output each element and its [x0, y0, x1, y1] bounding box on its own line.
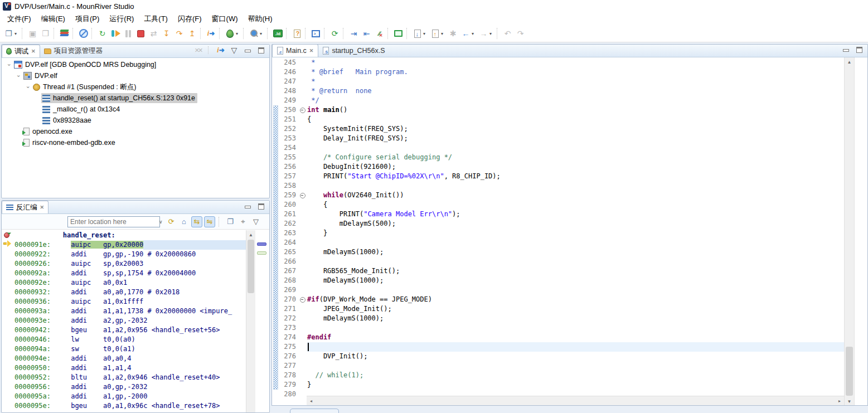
- last-edit-location-button[interactable]: ✱: [447, 27, 459, 40]
- line-number[interactable]: 246: [278, 67, 299, 77]
- line-number[interactable]: 272: [278, 314, 299, 323]
- step-into-button[interactable]: ↧: [160, 27, 173, 40]
- editor-line-276[interactable]: 276 DVP_Init();: [278, 352, 845, 361]
- editor-line-247[interactable]: 247 *: [278, 77, 845, 86]
- line-number[interactable]: 250: [278, 105, 299, 115]
- editor-line-261[interactable]: 261 PRINT("Camera Model Err\r\n");: [278, 210, 845, 219]
- fold-collapse-icon[interactable]: [299, 191, 307, 200]
- resume-button[interactable]: [109, 27, 122, 40]
- menu-item-0[interactable]: 文件(F): [2, 12, 36, 26]
- editor-line-274[interactable]: 274#endif: [278, 333, 845, 342]
- editor-line-248[interactable]: 248 * @return none: [278, 86, 845, 96]
- line-number[interactable]: 265: [278, 247, 299, 257]
- disasm-row-13[interactable]: 00000950: addi a1,a1,4: [2, 363, 269, 373]
- scroll-up-icon[interactable]: ▲: [845, 57, 854, 66]
- line-number[interactable]: 245: [278, 58, 299, 67]
- disassembly-scrollbar[interactable]: ▲: [246, 230, 255, 413]
- instruction-stepping-button[interactable]: i➜: [205, 27, 217, 40]
- disasm-row-10[interactable]: 00000946: lw t0,0(a0): [2, 335, 269, 344]
- menu-item-6[interactable]: 窗口(W): [207, 12, 243, 26]
- new-file-dropdown-icon[interactable]: ▾: [14, 31, 20, 36]
- editor-line-266[interactable]: 266: [278, 257, 845, 266]
- debug-tree-row-3[interactable]: handle_reset() at startup_CH56x.S:123 0x…: [2, 93, 269, 104]
- minimize-button[interactable]: [243, 45, 253, 55]
- disasm-row-11[interactable]: 0000094a: sw t0,0(a1): [2, 344, 269, 354]
- expand-arrow-icon[interactable]: ›: [16, 72, 22, 80]
- editor-line-275[interactable]: 275: [278, 342, 845, 352]
- editor-line-278[interactable]: 278 // while(1);: [278, 371, 845, 380]
- menu-item-7[interactable]: 帮助(H): [243, 12, 278, 26]
- line-number[interactable]: 273: [278, 323, 299, 333]
- pause-button[interactable]: [122, 27, 134, 40]
- follow-context-button[interactable]: ⇋: [204, 216, 215, 227]
- editor-lines[interactable]: 245 *246 * @brief Main program.247 *248 …: [278, 58, 845, 399]
- debug-tree-row-1[interactable]: ›DVP.elf: [2, 70, 269, 81]
- line-number[interactable]: 260: [278, 200, 299, 210]
- refresh-view-button[interactable]: ⟳: [166, 216, 177, 227]
- debug-tree-row-7[interactable]: riscv-none-embed-gdb.exe: [2, 137, 269, 148]
- open-resource-dropdown-icon[interactable]: ▾: [441, 31, 446, 36]
- open-declaration-button[interactable]: ▾: [411, 27, 429, 40]
- skip-all-breakpoints-button[interactable]: [77, 27, 90, 40]
- line-number[interactable]: 248: [278, 86, 299, 96]
- inspect-dropdown-icon[interactable]: ▾: [260, 31, 265, 36]
- line-number[interactable]: 277: [278, 361, 299, 371]
- debug-tree-row-6[interactable]: openocd.exe: [2, 126, 269, 137]
- maximize-icon[interactable]: [854, 45, 864, 55]
- line-number[interactable]: 251: [278, 115, 299, 124]
- debug-tree-row-5[interactable]: 0x89328aae: [2, 115, 269, 126]
- forward-button[interactable]: →▾: [477, 27, 495, 40]
- step-over-button[interactable]: ↷: [173, 27, 186, 40]
- scrollbar-thumb[interactable]: [846, 347, 853, 396]
- editor-line-255[interactable]: 255 /* Configure serial debugging */: [278, 153, 845, 162]
- menu-item-2[interactable]: 项目(P): [70, 12, 104, 26]
- editor-line-260[interactable]: 260 {: [278, 200, 845, 210]
- disasm-row-3[interactable]: 0000092a: addi sp,sp,1754 # 0x20004000: [2, 269, 269, 278]
- editor-line-277[interactable]: 277: [278, 361, 845, 371]
- line-number[interactable]: 266: [278, 257, 299, 266]
- editor-line-258[interactable]: 258: [278, 181, 845, 191]
- view-menu-button[interactable]: ▽: [250, 216, 261, 227]
- refresh-index-button[interactable]: ⟳: [328, 27, 341, 40]
- line-number[interactable]: 268: [278, 276, 299, 285]
- line-number[interactable]: 275: [278, 342, 299, 352]
- editor-line-259[interactable]: 259 while(OV2640_Init()): [278, 191, 845, 200]
- line-number[interactable]: 252: [278, 124, 299, 134]
- disasm-row-0[interactable]: 0000091e: auipc gp,0x20000: [2, 240, 269, 250]
- stop-button[interactable]: [134, 27, 147, 40]
- editor-line-271[interactable]: 271 JPEG_Mode_Init();: [278, 304, 845, 314]
- editor-line-249[interactable]: 249 */: [278, 96, 845, 105]
- save-button[interactable]: ▣: [26, 27, 39, 40]
- scroll-left-icon[interactable]: ◂: [307, 396, 316, 406]
- editor-line-273[interactable]: 273: [278, 323, 845, 333]
- editor-line-253[interactable]: 253 Delay_Init(FREQ_SYS);: [278, 134, 845, 143]
- editor-line-257[interactable]: 257 PRINT("Start @ChipID=%02X\r\n", R8_C…: [278, 172, 845, 181]
- debug-button[interactable]: ▾: [224, 27, 241, 40]
- tab-debug[interactable]: 调试 ✕: [2, 45, 40, 57]
- line-number[interactable]: 267: [278, 266, 299, 276]
- disasm-row-4[interactable]: 0000092e: auipc a0,0x1: [2, 278, 269, 288]
- line-number[interactable]: 263: [278, 229, 299, 238]
- bottom-panel-tab[interactable]: [290, 409, 339, 413]
- maximize-icon[interactable]: [256, 201, 266, 211]
- step-return-button[interactable]: ↥: [186, 27, 198, 40]
- editor-line-256[interactable]: 256 DebugInit(921600);: [278, 162, 845, 172]
- console-button[interactable]: >_: [309, 27, 322, 40]
- overview-mark-range[interactable]: [257, 251, 266, 255]
- remove-all-terminated-button[interactable]: ✕✕: [193, 45, 203, 55]
- minimize-icon[interactable]: [841, 45, 851, 55]
- breakpoint-icon[interactable]: [4, 232, 9, 238]
- sync-with-active-target-button[interactable]: ⇆: [191, 216, 202, 227]
- line-number[interactable]: 254: [278, 143, 299, 153]
- editor-line-268[interactable]: 268 mDelaymS(1000);: [278, 276, 845, 285]
- editor-line-279[interactable]: 279}: [278, 380, 845, 390]
- scrollbar-thumb[interactable]: [248, 240, 254, 293]
- line-number[interactable]: 259: [278, 191, 299, 200]
- line-number[interactable]: 255: [278, 153, 299, 162]
- line-number[interactable]: 264: [278, 238, 299, 247]
- go-home-button[interactable]: ⌂: [178, 216, 190, 227]
- forward-dropdown-icon[interactable]: ▾: [489, 31, 494, 36]
- editor-line-245[interactable]: 245 *: [278, 58, 845, 67]
- line-number[interactable]: 269: [278, 285, 299, 295]
- editor-vscrollbar[interactable]: ▲ ▼: [844, 57, 854, 406]
